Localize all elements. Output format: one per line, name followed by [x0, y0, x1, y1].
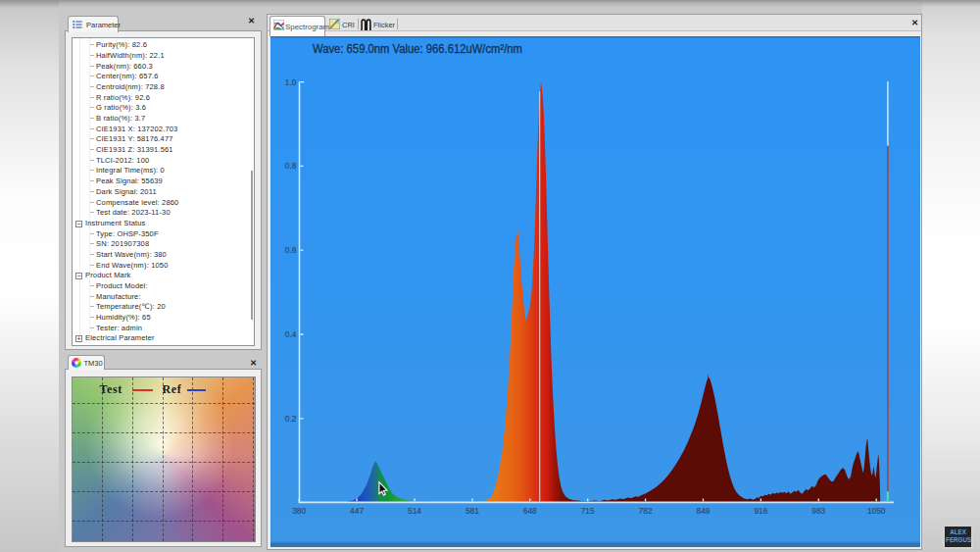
svg-text:849: 849	[696, 506, 710, 516]
svg-text:782: 782	[638, 506, 652, 516]
svg-text:380: 380	[292, 506, 306, 516]
svg-text:581: 581	[465, 506, 478, 516]
svg-text:715: 715	[580, 506, 594, 516]
svg-text:1050: 1050	[866, 506, 885, 516]
svg-text:1.0: 1.0	[284, 76, 296, 86]
svg-text:0.2: 0.2	[284, 414, 296, 424]
svg-text:0.8: 0.8	[284, 161, 296, 171]
svg-text:0.6: 0.6	[284, 245, 296, 255]
svg-text:916: 916	[754, 506, 767, 516]
svg-text:447: 447	[350, 506, 364, 516]
svg-text:983: 983	[811, 506, 825, 516]
svg-text:Wave: 659.0nm Value: 966.612uW: Wave: 659.0nm Value: 966.612uW/cm²/nm	[313, 41, 522, 55]
svg-text:648: 648	[522, 506, 536, 516]
svg-text:0.4: 0.4	[284, 329, 296, 339]
svg-text:514: 514	[408, 506, 421, 516]
